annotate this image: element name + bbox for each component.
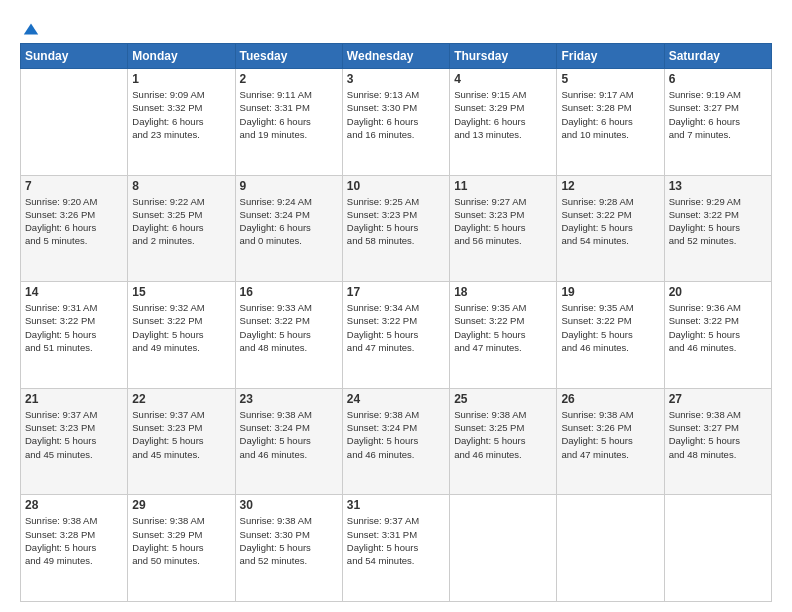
day-number: 12 bbox=[561, 179, 659, 193]
calendar-cell: 31Sunrise: 9:37 AMSunset: 3:31 PMDayligh… bbox=[342, 495, 449, 602]
calendar-cell: 27Sunrise: 9:38 AMSunset: 3:27 PMDayligh… bbox=[664, 388, 771, 495]
day-info: Sunrise: 9:32 AMSunset: 3:22 PMDaylight:… bbox=[132, 301, 230, 354]
day-number: 27 bbox=[669, 392, 767, 406]
day-number: 29 bbox=[132, 498, 230, 512]
page: SundayMondayTuesdayWednesdayThursdayFrid… bbox=[0, 0, 792, 612]
calendar-header-thursday: Thursday bbox=[450, 44, 557, 69]
calendar-week-row: 7Sunrise: 9:20 AMSunset: 3:26 PMDaylight… bbox=[21, 175, 772, 282]
logo bbox=[20, 18, 40, 35]
calendar-cell: 24Sunrise: 9:38 AMSunset: 3:24 PMDayligh… bbox=[342, 388, 449, 495]
day-number: 18 bbox=[454, 285, 552, 299]
calendar-cell: 22Sunrise: 9:37 AMSunset: 3:23 PMDayligh… bbox=[128, 388, 235, 495]
day-info: Sunrise: 9:38 AMSunset: 3:27 PMDaylight:… bbox=[669, 408, 767, 461]
day-info: Sunrise: 9:13 AMSunset: 3:30 PMDaylight:… bbox=[347, 88, 445, 141]
day-number: 30 bbox=[240, 498, 338, 512]
day-info: Sunrise: 9:09 AMSunset: 3:32 PMDaylight:… bbox=[132, 88, 230, 141]
day-info: Sunrise: 9:37 AMSunset: 3:23 PMDaylight:… bbox=[25, 408, 123, 461]
day-info: Sunrise: 9:38 AMSunset: 3:28 PMDaylight:… bbox=[25, 514, 123, 567]
day-info: Sunrise: 9:36 AMSunset: 3:22 PMDaylight:… bbox=[669, 301, 767, 354]
day-number: 22 bbox=[132, 392, 230, 406]
calendar-cell: 8Sunrise: 9:22 AMSunset: 3:25 PMDaylight… bbox=[128, 175, 235, 282]
calendar-cell: 18Sunrise: 9:35 AMSunset: 3:22 PMDayligh… bbox=[450, 282, 557, 389]
calendar-week-row: 28Sunrise: 9:38 AMSunset: 3:28 PMDayligh… bbox=[21, 495, 772, 602]
day-info: Sunrise: 9:38 AMSunset: 3:29 PMDaylight:… bbox=[132, 514, 230, 567]
calendar-cell: 19Sunrise: 9:35 AMSunset: 3:22 PMDayligh… bbox=[557, 282, 664, 389]
calendar-cell bbox=[450, 495, 557, 602]
day-info: Sunrise: 9:38 AMSunset: 3:25 PMDaylight:… bbox=[454, 408, 552, 461]
calendar-week-row: 1Sunrise: 9:09 AMSunset: 3:32 PMDaylight… bbox=[21, 69, 772, 176]
day-info: Sunrise: 9:31 AMSunset: 3:22 PMDaylight:… bbox=[25, 301, 123, 354]
day-info: Sunrise: 9:17 AMSunset: 3:28 PMDaylight:… bbox=[561, 88, 659, 141]
calendar-cell: 10Sunrise: 9:25 AMSunset: 3:23 PMDayligh… bbox=[342, 175, 449, 282]
calendar-cell: 14Sunrise: 9:31 AMSunset: 3:22 PMDayligh… bbox=[21, 282, 128, 389]
day-number: 20 bbox=[669, 285, 767, 299]
day-number: 8 bbox=[132, 179, 230, 193]
day-number: 9 bbox=[240, 179, 338, 193]
day-info: Sunrise: 9:11 AMSunset: 3:31 PMDaylight:… bbox=[240, 88, 338, 141]
day-info: Sunrise: 9:24 AMSunset: 3:24 PMDaylight:… bbox=[240, 195, 338, 248]
calendar-header-saturday: Saturday bbox=[664, 44, 771, 69]
day-info: Sunrise: 9:38 AMSunset: 3:24 PMDaylight:… bbox=[240, 408, 338, 461]
calendar-cell: 9Sunrise: 9:24 AMSunset: 3:24 PMDaylight… bbox=[235, 175, 342, 282]
calendar-cell: 2Sunrise: 9:11 AMSunset: 3:31 PMDaylight… bbox=[235, 69, 342, 176]
logo-icon bbox=[22, 20, 40, 38]
day-number: 31 bbox=[347, 498, 445, 512]
calendar-cell: 28Sunrise: 9:38 AMSunset: 3:28 PMDayligh… bbox=[21, 495, 128, 602]
calendar-header-tuesday: Tuesday bbox=[235, 44, 342, 69]
calendar-cell: 1Sunrise: 9:09 AMSunset: 3:32 PMDaylight… bbox=[128, 69, 235, 176]
day-number: 7 bbox=[25, 179, 123, 193]
calendar-cell: 5Sunrise: 9:17 AMSunset: 3:28 PMDaylight… bbox=[557, 69, 664, 176]
day-info: Sunrise: 9:20 AMSunset: 3:26 PMDaylight:… bbox=[25, 195, 123, 248]
calendar-cell: 29Sunrise: 9:38 AMSunset: 3:29 PMDayligh… bbox=[128, 495, 235, 602]
calendar-cell: 4Sunrise: 9:15 AMSunset: 3:29 PMDaylight… bbox=[450, 69, 557, 176]
day-number: 28 bbox=[25, 498, 123, 512]
day-number: 23 bbox=[240, 392, 338, 406]
day-info: Sunrise: 9:28 AMSunset: 3:22 PMDaylight:… bbox=[561, 195, 659, 248]
day-number: 1 bbox=[132, 72, 230, 86]
day-number: 15 bbox=[132, 285, 230, 299]
day-number: 14 bbox=[25, 285, 123, 299]
day-number: 6 bbox=[669, 72, 767, 86]
calendar-cell bbox=[557, 495, 664, 602]
day-number: 16 bbox=[240, 285, 338, 299]
calendar-cell: 13Sunrise: 9:29 AMSunset: 3:22 PMDayligh… bbox=[664, 175, 771, 282]
calendar-header-friday: Friday bbox=[557, 44, 664, 69]
day-number: 21 bbox=[25, 392, 123, 406]
calendar-cell: 21Sunrise: 9:37 AMSunset: 3:23 PMDayligh… bbox=[21, 388, 128, 495]
calendar-header-sunday: Sunday bbox=[21, 44, 128, 69]
day-number: 26 bbox=[561, 392, 659, 406]
calendar-cell: 15Sunrise: 9:32 AMSunset: 3:22 PMDayligh… bbox=[128, 282, 235, 389]
day-number: 11 bbox=[454, 179, 552, 193]
day-number: 2 bbox=[240, 72, 338, 86]
day-info: Sunrise: 9:38 AMSunset: 3:30 PMDaylight:… bbox=[240, 514, 338, 567]
day-number: 17 bbox=[347, 285, 445, 299]
day-info: Sunrise: 9:29 AMSunset: 3:22 PMDaylight:… bbox=[669, 195, 767, 248]
day-info: Sunrise: 9:37 AMSunset: 3:31 PMDaylight:… bbox=[347, 514, 445, 567]
day-info: Sunrise: 9:35 AMSunset: 3:22 PMDaylight:… bbox=[561, 301, 659, 354]
calendar-cell: 23Sunrise: 9:38 AMSunset: 3:24 PMDayligh… bbox=[235, 388, 342, 495]
svg-marker-0 bbox=[24, 24, 38, 35]
day-info: Sunrise: 9:25 AMSunset: 3:23 PMDaylight:… bbox=[347, 195, 445, 248]
day-info: Sunrise: 9:37 AMSunset: 3:23 PMDaylight:… bbox=[132, 408, 230, 461]
day-info: Sunrise: 9:27 AMSunset: 3:23 PMDaylight:… bbox=[454, 195, 552, 248]
day-info: Sunrise: 9:34 AMSunset: 3:22 PMDaylight:… bbox=[347, 301, 445, 354]
calendar-cell: 16Sunrise: 9:33 AMSunset: 3:22 PMDayligh… bbox=[235, 282, 342, 389]
day-info: Sunrise: 9:22 AMSunset: 3:25 PMDaylight:… bbox=[132, 195, 230, 248]
calendar-cell: 30Sunrise: 9:38 AMSunset: 3:30 PMDayligh… bbox=[235, 495, 342, 602]
day-number: 5 bbox=[561, 72, 659, 86]
header bbox=[20, 18, 772, 35]
calendar-cell: 3Sunrise: 9:13 AMSunset: 3:30 PMDaylight… bbox=[342, 69, 449, 176]
calendar-cell: 6Sunrise: 9:19 AMSunset: 3:27 PMDaylight… bbox=[664, 69, 771, 176]
calendar-cell bbox=[664, 495, 771, 602]
calendar-cell: 25Sunrise: 9:38 AMSunset: 3:25 PMDayligh… bbox=[450, 388, 557, 495]
calendar-week-row: 21Sunrise: 9:37 AMSunset: 3:23 PMDayligh… bbox=[21, 388, 772, 495]
day-number: 24 bbox=[347, 392, 445, 406]
day-info: Sunrise: 9:35 AMSunset: 3:22 PMDaylight:… bbox=[454, 301, 552, 354]
calendar-cell bbox=[21, 69, 128, 176]
calendar-cell: 11Sunrise: 9:27 AMSunset: 3:23 PMDayligh… bbox=[450, 175, 557, 282]
day-number: 25 bbox=[454, 392, 552, 406]
calendar-table: SundayMondayTuesdayWednesdayThursdayFrid… bbox=[20, 43, 772, 602]
calendar-cell: 26Sunrise: 9:38 AMSunset: 3:26 PMDayligh… bbox=[557, 388, 664, 495]
calendar-header-wednesday: Wednesday bbox=[342, 44, 449, 69]
day-info: Sunrise: 9:38 AMSunset: 3:26 PMDaylight:… bbox=[561, 408, 659, 461]
